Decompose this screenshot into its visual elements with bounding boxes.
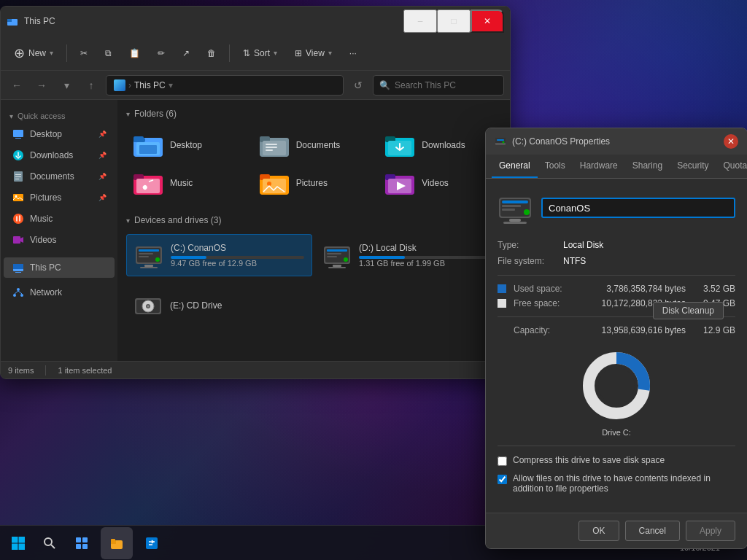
start-button[interactable] bbox=[0, 536, 36, 551]
compress-checkbox-row: Compress this drive to save disk space bbox=[498, 455, 735, 466]
folder-item-pictures[interactable]: Pictures bbox=[252, 166, 376, 201]
sidebar-item-music[interactable]: Music bbox=[4, 209, 115, 229]
index-checkbox[interactable] bbox=[498, 475, 507, 484]
svg-rect-8 bbox=[15, 179, 19, 179]
music-icon bbox=[12, 213, 24, 225]
taskbar-search[interactable] bbox=[36, 536, 63, 551]
sidebar-item-this-pc[interactable]: This PC bbox=[4, 257, 115, 278]
svg-rect-86 bbox=[19, 543, 26, 550]
svg-rect-30 bbox=[266, 147, 277, 148]
svg-rect-51 bbox=[139, 256, 149, 257]
address-path[interactable]: › This PC ▾ bbox=[106, 75, 344, 96]
drive-c-space: 9.47 GB free of 12.9 GB bbox=[171, 259, 304, 268]
svg-rect-57 bbox=[327, 249, 347, 252]
drive-d-icon bbox=[322, 241, 352, 270]
svg-line-88 bbox=[51, 545, 55, 548]
taskbar-store-app[interactable] bbox=[136, 527, 168, 559]
address-path-text: This PC bbox=[134, 80, 166, 90]
ok-button[interactable]: OK bbox=[578, 521, 619, 541]
free-color-box bbox=[498, 299, 506, 308]
tab-tools[interactable]: Tools bbox=[538, 155, 573, 178]
sort-button[interactable]: ⇅ Sort ▾ bbox=[236, 40, 285, 66]
svg-rect-54 bbox=[140, 267, 158, 268]
sidebar: ▾ Quick access Desktop 📌 Downloads 📌 bbox=[1, 100, 117, 361]
tab-security[interactable]: Security bbox=[670, 155, 716, 178]
tab-general[interactable]: General bbox=[492, 155, 538, 178]
paste-button[interactable]: 📋 bbox=[122, 40, 147, 66]
disk-cleanup-button[interactable]: Disk Cleanup bbox=[653, 302, 724, 319]
forward-button[interactable]: → bbox=[31, 75, 52, 96]
sidebar-item-network[interactable]: Network bbox=[4, 282, 115, 303]
drive-e-name: (E:) CD Drive bbox=[170, 300, 494, 311]
toolbar-separator-1 bbox=[66, 44, 67, 62]
explorer-window: This PC – □ ✕ ⊕ New ▾ ✂ ⧉ 📋 ✏ ↗ 🗑 ⇅ Sort… bbox=[0, 6, 511, 379]
refresh-button[interactable]: ↺ bbox=[348, 75, 368, 96]
used-color-box bbox=[498, 284, 506, 293]
sidebar-item-desktop[interactable]: Desktop 📌 bbox=[4, 124, 115, 144]
taskbar-explorer-app[interactable] bbox=[101, 527, 133, 559]
tab-sharing[interactable]: Sharing bbox=[625, 155, 670, 178]
search-input[interactable] bbox=[395, 80, 504, 90]
delete-button[interactable]: 🗑 bbox=[200, 40, 223, 66]
up-button[interactable]: ↑ bbox=[81, 75, 101, 96]
cut-button[interactable]: ✂ bbox=[73, 40, 95, 66]
drive-e-icon bbox=[133, 291, 163, 320]
folder-item-downloads[interactable]: Downloads bbox=[378, 128, 501, 163]
sidebar-item-pictures[interactable]: Pictures 📌 bbox=[4, 187, 115, 208]
drives-section-header[interactable]: ▾ Devices and drives (3) bbox=[126, 215, 501, 225]
folder-item-documents[interactable]: Documents bbox=[252, 128, 376, 163]
drive-item-c[interactable]: (C:) ConanOS 9.47 GB free of 12.9 GB bbox=[126, 234, 312, 276]
minimize-button[interactable]: – bbox=[403, 9, 437, 33]
sidebar-item-downloads[interactable]: Downloads 📌 bbox=[4, 145, 115, 166]
drives-section-label: Devices and drives (3) bbox=[134, 215, 221, 225]
drive-name-input[interactable] bbox=[541, 198, 735, 218]
back-button[interactable]: ← bbox=[7, 75, 27, 96]
share-button[interactable]: ↗ bbox=[175, 40, 197, 66]
close-button[interactable]: ✕ bbox=[471, 9, 504, 33]
status-item-count: 9 items bbox=[8, 366, 34, 375]
svg-rect-70 bbox=[497, 139, 504, 141]
tab-hardware[interactable]: Hardware bbox=[573, 155, 625, 178]
svg-rect-83 bbox=[12, 537, 18, 543]
dialog-close-button[interactable]: ✕ bbox=[724, 134, 738, 149]
quick-access-section[interactable]: ▾ Quick access bbox=[1, 106, 117, 123]
folder-item-music[interactable]: Music bbox=[126, 166, 249, 201]
drive-item-e[interactable]: (E:) CD Drive bbox=[126, 285, 501, 326]
drive-header bbox=[498, 190, 735, 225]
svg-line-19 bbox=[15, 291, 18, 294]
capacity-color-box bbox=[498, 326, 506, 335]
svg-rect-29 bbox=[266, 144, 277, 145]
space-section: Used space: 3,786,358,784 bytes 3.52 GB … bbox=[498, 281, 735, 338]
folders-grid: Desktop Documents bbox=[126, 128, 501, 201]
tab-quota[interactable]: Quota bbox=[716, 155, 747, 178]
dialog-title-icon bbox=[495, 136, 506, 147]
folder-music-label: Music bbox=[170, 178, 193, 188]
copy-button[interactable]: ⧉ bbox=[98, 40, 119, 66]
view-button[interactable]: ⊞ View ▾ bbox=[287, 40, 339, 66]
dialog-footer: OK Cancel Apply bbox=[486, 513, 747, 548]
svg-point-16 bbox=[17, 288, 20, 291]
svg-rect-12 bbox=[13, 236, 20, 244]
sidebar-item-videos[interactable]: Videos bbox=[4, 230, 115, 250]
search-box[interactable]: 🔍 bbox=[373, 75, 504, 96]
svg-rect-23 bbox=[133, 136, 144, 142]
maximize-button[interactable]: □ bbox=[437, 9, 471, 33]
taskbar-widget-icon[interactable] bbox=[66, 527, 98, 559]
new-button[interactable]: ⊕ New ▾ bbox=[7, 40, 61, 66]
apply-button[interactable]: Apply bbox=[686, 521, 735, 541]
more-button[interactable]: ··· bbox=[342, 40, 364, 66]
recent-button[interactable]: ▾ bbox=[56, 75, 77, 96]
sidebar-item-documents[interactable]: Documents 📌 bbox=[4, 166, 115, 187]
svg-rect-49 bbox=[139, 249, 159, 252]
window-controls: – □ ✕ bbox=[403, 9, 504, 33]
rename-button[interactable]: ✏ bbox=[150, 40, 172, 66]
svg-rect-78 bbox=[509, 219, 521, 222]
svg-rect-79 bbox=[503, 222, 527, 224]
cancel-button[interactable]: Cancel bbox=[625, 521, 680, 541]
checkbox-section: Compress this drive to save disk space A… bbox=[498, 446, 735, 494]
folder-item-videos[interactable]: Videos bbox=[378, 166, 501, 201]
compress-checkbox[interactable] bbox=[498, 456, 507, 466]
folder-item-desktop[interactable]: Desktop bbox=[126, 128, 249, 163]
drive-item-d[interactable]: (D:) Local Disk 1.31 GB free of 1.99 GB bbox=[315, 234, 501, 276]
folders-section-header[interactable]: ▾ Folders (6) bbox=[126, 109, 501, 119]
